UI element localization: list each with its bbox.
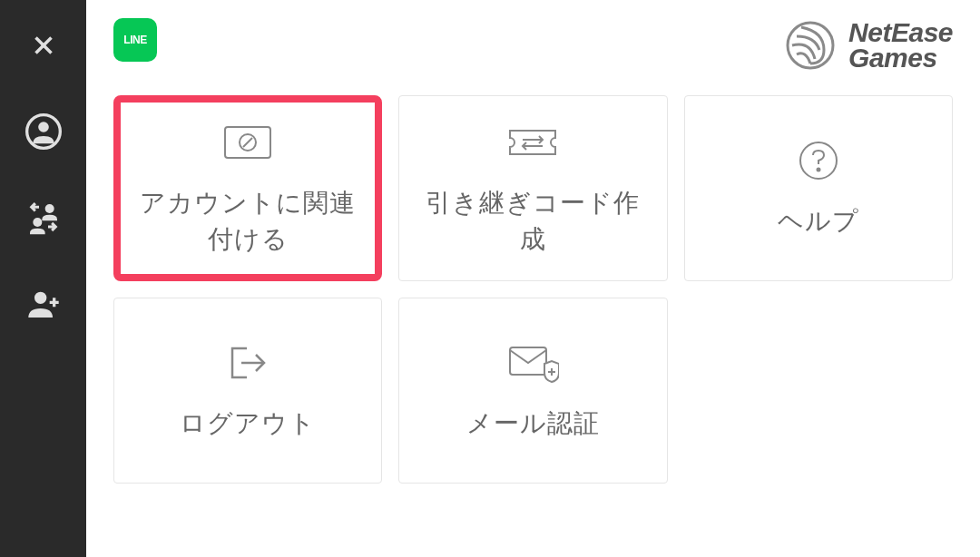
logout-label: ログアウト: [163, 406, 332, 441]
line-icon-label: LINE: [123, 34, 146, 46]
svg-line-10: [243, 138, 252, 147]
mail-shield-icon: [505, 340, 560, 386]
svg-point-14: [817, 168, 819, 171]
account-panel: LINE NetEase Games: [86, 0, 980, 557]
transfer-code-tile[interactable]: 引き継ぎコード作成: [398, 95, 667, 281]
svg-point-4: [44, 204, 54, 213]
transfer-code-label: 引き継ぎコード作成: [409, 185, 656, 256]
link-account-label: アカウントに関連付ける: [123, 185, 372, 256]
add-user-icon[interactable]: [25, 286, 62, 322]
svg-point-3: [38, 122, 49, 132]
link-account-tile[interactable]: アカウントに関連付ける: [113, 95, 382, 281]
brand-line2: Games: [848, 44, 953, 72]
svg-rect-16: [510, 347, 546, 375]
help-label: ヘルプ: [761, 203, 876, 239]
svg-point-6: [34, 292, 46, 304]
svg-point-5: [33, 218, 42, 227]
logout-icon: [220, 340, 275, 386]
netease-brand: NetEase Games: [783, 18, 953, 73]
mail-auth-label: メール認証: [450, 406, 616, 441]
close-icon[interactable]: [25, 27, 62, 64]
help-icon: [791, 138, 846, 183]
netease-logo-icon: [783, 18, 838, 73]
profile-icon[interactable]: [25, 113, 62, 150]
sidebar: [0, 0, 86, 557]
mail-auth-tile[interactable]: メール認証: [398, 298, 667, 484]
help-tile[interactable]: ヘルプ: [684, 95, 953, 281]
switch-users-icon[interactable]: [25, 200, 62, 236]
header-row: LINE NetEase Games: [113, 18, 953, 73]
ticket-icon: [505, 120, 560, 165]
tiles-grid: アカウントに関連付ける 引き継ぎコード作成: [113, 95, 953, 484]
link-icon: [220, 120, 275, 165]
line-app-icon: LINE: [113, 18, 157, 62]
logout-tile[interactable]: ログアウト: [113, 298, 382, 484]
